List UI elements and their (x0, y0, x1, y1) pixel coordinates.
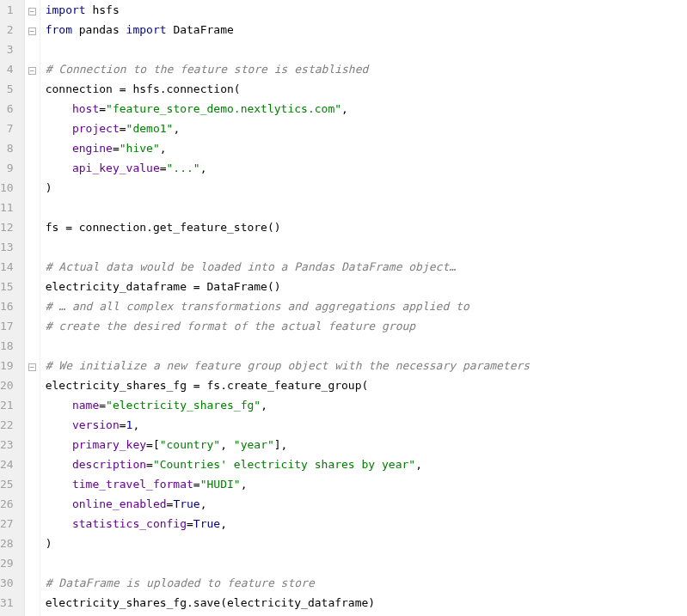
code-line[interactable]: version=1, (46, 415, 687, 435)
code-line[interactable]: import hsfs (46, 0, 687, 20)
code-line[interactable]: electricity_shares_fg.save(electricity_d… (46, 593, 687, 613)
code-line[interactable] (46, 336, 687, 356)
token-id: = (120, 122, 126, 135)
line-number: 10 (0, 178, 17, 198)
token-id: , (220, 517, 227, 530)
line-number: 14 (0, 257, 17, 277)
code-line[interactable]: connection = hsfs.connection( (46, 79, 687, 99)
token-id (46, 497, 72, 510)
token-bl: True (193, 517, 220, 530)
token-cm: # create the desired format of the actua… (46, 320, 415, 332)
code-line[interactable] (46, 40, 687, 59)
token-id (46, 418, 72, 431)
fold-cell (25, 79, 40, 99)
token-id: , (241, 478, 248, 491)
line-number-gutter: 1234567891011121314151617181920212223242… (0, 0, 25, 616)
line-number: 8 (0, 138, 17, 158)
token-id (46, 458, 72, 471)
token-id: ) (46, 537, 52, 550)
line-number: 23 (0, 435, 17, 454)
token-id: , (200, 162, 207, 174)
token-id (46, 142, 72, 155)
code-line[interactable]: primary_key=["country", "year"], (46, 435, 687, 454)
token-id: = (99, 399, 106, 412)
code-editor: 1234567891011121314151617181920212223242… (0, 0, 687, 616)
code-line[interactable]: electricity_dataframe = DataFrame() (46, 277, 687, 296)
fold-minus-icon[interactable]: − (28, 67, 36, 75)
token-id: = (146, 458, 153, 471)
code-line[interactable]: ) (46, 178, 687, 198)
token-cm: # We initialize a new feature group obje… (46, 359, 531, 372)
token-st: "hive" (120, 142, 160, 155)
code-line[interactable]: # create the desired format of the actua… (46, 316, 687, 336)
code-line[interactable]: time_travel_format="HUDI", (46, 474, 687, 494)
code-line[interactable]: description="Countries' electricity shar… (46, 454, 687, 474)
code-line[interactable]: ) (46, 534, 687, 553)
token-id: electricity_shares_fg = fs.create_featur… (46, 379, 369, 392)
fold-cell: − (25, 20, 40, 40)
code-line[interactable]: # We initialize a new feature group obje… (46, 356, 687, 375)
fold-minus-icon[interactable]: − (28, 8, 36, 15)
line-number: 3 (0, 40, 17, 59)
code-line[interactable]: electricity_shares_fg = fs.create_featur… (46, 375, 687, 395)
fold-cell (25, 474, 40, 494)
code-line[interactable]: engine="hive", (46, 138, 687, 158)
token-pa: host (72, 102, 99, 115)
code-line[interactable]: name="electricity_shares_fg", (46, 395, 687, 415)
token-id: , (261, 399, 267, 412)
code-line[interactable] (46, 237, 687, 257)
token-bl: True (173, 497, 199, 510)
code-line[interactable] (46, 198, 687, 217)
line-number: 31 (0, 593, 17, 613)
token-cm: # … and all complex transformations and … (46, 300, 469, 313)
code-line[interactable]: from pandas import DataFrame (46, 20, 687, 40)
fold-cell (25, 138, 40, 158)
code-line[interactable]: fs = connection.get_feature_store() (46, 217, 687, 237)
fold-cell (25, 119, 40, 138)
code-line[interactable]: project="demo1", (46, 119, 687, 138)
token-pa: project (72, 122, 120, 135)
code-line[interactable]: statistics_config=True, (46, 514, 687, 534)
line-number: 27 (0, 514, 17, 534)
token-id: = (193, 478, 200, 491)
code-line[interactable]: # Actual data would be loaded into a Pan… (46, 257, 687, 277)
fold-minus-icon[interactable]: − (28, 27, 36, 35)
code-line[interactable]: host="feature_store_demo.nextlytics.com"… (46, 99, 687, 119)
code-line[interactable]: online_enabled=True, (46, 494, 687, 514)
token-id: , (200, 497, 207, 510)
fold-minus-icon[interactable]: − (28, 363, 36, 371)
token-id (46, 517, 72, 530)
fold-cell (25, 217, 40, 237)
token-id: connection = hsfs.connection( (46, 82, 241, 95)
token-st: "feature_store_demo.nextlytics.com" (106, 102, 341, 115)
line-number: 7 (0, 119, 17, 138)
line-number: 4 (0, 59, 17, 79)
fold-cell (25, 198, 40, 217)
code-area[interactable]: import hsfsfrom pandas import DataFrame#… (40, 0, 687, 616)
fold-cell (25, 435, 40, 454)
token-id: hsfs (86, 3, 120, 16)
fold-cell (25, 40, 40, 59)
line-number: 16 (0, 296, 17, 316)
code-line[interactable]: # … and all complex transformations and … (46, 296, 687, 316)
code-line[interactable]: # DataFrame is uploaded to feature store (46, 573, 687, 593)
token-id (46, 162, 72, 174)
line-number: 21 (0, 395, 17, 415)
line-number: 12 (0, 217, 17, 237)
token-st: "HUDI" (200, 478, 241, 491)
token-id: = (113, 142, 120, 155)
token-st: "Countries' electricity shares by year" (153, 458, 415, 471)
token-id: ) (46, 181, 52, 194)
code-line[interactable]: api_key_value="...", (46, 158, 687, 178)
token-id: DataFrame (167, 23, 234, 36)
code-line[interactable] (46, 553, 687, 573)
fold-cell (25, 257, 40, 277)
token-st: "electricity_shares_fg" (106, 399, 261, 412)
token-cm: # Connection to the feature store is est… (46, 63, 369, 76)
token-id: electricity_shares_fg.save(electricity_d… (46, 596, 376, 609)
token-st: "year" (234, 438, 274, 451)
line-number: 2 (0, 20, 17, 40)
fold-cell: − (25, 356, 40, 375)
code-line[interactable]: # Connection to the feature store is est… (46, 59, 687, 79)
line-number: 29 (0, 553, 17, 573)
